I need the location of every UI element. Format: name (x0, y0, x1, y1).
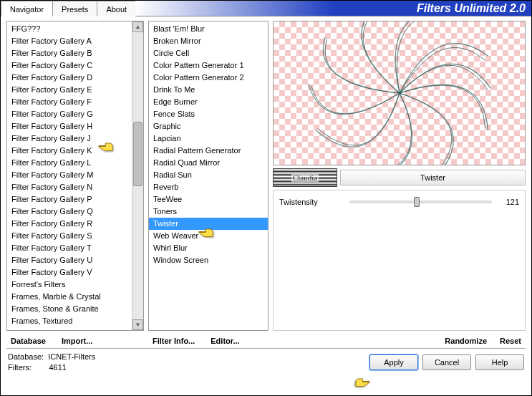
filter-item[interactable]: Lapcian (149, 132, 268, 145)
header: NavigatorPresetsAbout Filters Unlimited … (1, 1, 531, 16)
category-item[interactable]: Filter Factory Gallery S (7, 230, 132, 242)
tab-presets[interactable]: Presets (52, 1, 97, 16)
filter-item[interactable]: Broken Mirror (149, 35, 268, 47)
main-area: FFG???Filter Factory Gallery AFilter Fac… (1, 16, 531, 348)
filter-item[interactable]: Whirl Blur (149, 242, 268, 254)
preview-column: Twister Twistensity121 Randomize Reset (273, 21, 526, 347)
category-item[interactable]: Filter Factory Gallery A (7, 35, 132, 47)
import-button[interactable]: Import... (59, 335, 95, 347)
category-item[interactable]: Filter Factory Gallery F (7, 96, 132, 108)
filter-item[interactable]: Twister (149, 218, 268, 230)
help-button[interactable]: Help (475, 354, 524, 370)
scroll-down-button[interactable]: ▼ (132, 319, 143, 330)
filter-item[interactable]: TeeWee (149, 193, 268, 206)
filter-buttons: Filter Info... Editor... (148, 331, 269, 347)
param-label: Twistensity (279, 198, 344, 206)
filter-list[interactable]: Blast 'Em! BlurBroken MirrorCircle CellC… (149, 21, 268, 330)
category-item[interactable]: Filter Factory Gallery D (7, 72, 132, 84)
filter-item[interactable]: Edge Burner (149, 96, 268, 108)
category-item[interactable]: Filter Factory Gallery J (7, 132, 132, 145)
filter-info-button[interactable]: Filter Info... (150, 335, 198, 347)
category-list[interactable]: FFG???Filter Factory Gallery AFilter Fac… (7, 21, 132, 330)
filter-item[interactable]: Toners (149, 206, 268, 218)
category-list-wrap: FFG???Filter Factory Gallery AFilter Fac… (6, 21, 144, 331)
filter-item[interactable]: Radial Pattern Generator (149, 145, 268, 157)
dialog-buttons: Apply Cancel Help (369, 354, 524, 370)
database-button[interactable]: Database (8, 335, 49, 347)
preview-buttons: Randomize Reset (273, 331, 526, 347)
status-db-label: Database: (8, 352, 44, 361)
category-item[interactable]: Filter Factory Gallery G (7, 108, 132, 120)
app-title: Filters Unlimited 2.0 (135, 1, 531, 16)
tab-navigator[interactable]: Navigator (1, 1, 53, 16)
filter-item[interactable]: Fence Slats (149, 108, 268, 120)
filter-item[interactable]: Circle Cell (149, 47, 268, 59)
apply-button[interactable]: Apply (369, 354, 418, 370)
filter-item[interactable]: Blast 'Em! Blur (149, 23, 268, 35)
filter-item[interactable]: Radial Sun (149, 169, 268, 181)
randomize-button[interactable]: Randomize (442, 335, 490, 347)
category-item[interactable]: FFG??? (7, 23, 132, 35)
status-filters-label: Filters: (8, 363, 32, 372)
scroll-up-button[interactable]: ▲ (132, 21, 143, 32)
editor-button[interactable]: Editor... (208, 335, 242, 347)
category-item[interactable]: Filter Factory Gallery E (7, 84, 132, 96)
status-db-value: ICNET-Filters (48, 352, 95, 361)
category-item[interactable]: Filter Factory Gallery B (7, 47, 132, 59)
filter-item[interactable]: Graphic (149, 120, 268, 132)
selected-filter-bar: Twister (273, 168, 526, 187)
param-slider[interactable] (349, 201, 492, 203)
status-text: Database: ICNET-Filters Filters: 4611 (8, 352, 95, 373)
param-value: 121 (498, 198, 519, 206)
selected-filter-name: Twister (340, 170, 526, 185)
filter-item[interactable]: Reverb (149, 181, 268, 193)
reset-button[interactable]: Reset (497, 335, 524, 347)
category-item[interactable]: Filter Factory Gallery U (7, 254, 132, 266)
status-filters-value: 4611 (49, 363, 66, 372)
filter-item[interactable]: Radial Quad Mirror (149, 157, 268, 169)
slider-thumb[interactable] (414, 197, 420, 207)
category-item[interactable]: Filter Factory Gallery C (7, 59, 132, 72)
parameters-panel: Twistensity121 (273, 190, 526, 331)
category-item[interactable]: Filter Factory Gallery V (7, 266, 132, 279)
filter-item[interactable]: Window Screen (149, 254, 268, 266)
tab-about[interactable]: About (97, 1, 136, 16)
author-badge-icon (273, 168, 337, 187)
preview-canvas (273, 21, 526, 165)
filter-item[interactable]: Color Pattern Generator 2 (149, 72, 268, 84)
cancel-button[interactable]: Cancel (422, 354, 471, 370)
category-item[interactable]: Filter Factory Gallery R (7, 218, 132, 230)
category-item[interactable]: Filter Factory Gallery H (7, 120, 132, 132)
filter-item[interactable]: Color Pattern Generator 1 (149, 59, 268, 72)
category-scrollbar[interactable]: ▲ ▼ (132, 21, 143, 330)
category-item[interactable]: Forrest's Filters (7, 279, 132, 291)
category-item[interactable]: Filter Factory Gallery N (7, 181, 132, 193)
category-item[interactable]: Frames, Textured (7, 315, 132, 327)
footer: Database: ICNET-Filters Filters: 4611 Ap… (1, 349, 531, 377)
filter-item[interactable]: Web Weaver (149, 230, 268, 242)
category-column: FFG???Filter Factory Gallery AFilter Fac… (6, 21, 144, 347)
category-buttons: Database Import... (6, 331, 144, 347)
category-item[interactable]: Frames, Marble & Crystal (7, 291, 132, 303)
category-item[interactable]: Filter Factory Gallery M (7, 169, 132, 181)
category-item[interactable]: Filter Factory Gallery L (7, 157, 132, 169)
category-item[interactable]: Filter Factory Gallery P (7, 193, 132, 206)
category-item[interactable]: Filter Factory Gallery Q (7, 206, 132, 218)
param-row: Twistensity121 (279, 195, 519, 209)
category-item[interactable]: Frames, Stone & Granite (7, 303, 132, 315)
category-item[interactable]: Filter Factory Gallery K (7, 145, 132, 157)
scroll-thumb[interactable] (133, 122, 142, 186)
category-item[interactable]: Filter Factory Gallery T (7, 242, 132, 254)
swirl-icon (306, 21, 493, 165)
tab-bar: NavigatorPresetsAbout (1, 1, 135, 16)
filter-column: Blast 'Em! BlurBroken MirrorCircle CellC… (148, 21, 269, 347)
filter-item[interactable]: Drink To Me (149, 84, 268, 96)
filter-list-wrap: Blast 'Em! BlurBroken MirrorCircle CellC… (148, 21, 269, 331)
